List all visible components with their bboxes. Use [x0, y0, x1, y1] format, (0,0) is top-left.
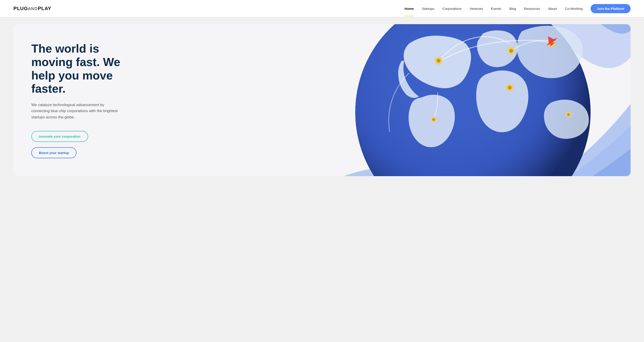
site-logo[interactable]: PLUGandPLAY — [14, 6, 52, 12]
join-platform-button[interactable]: Join the Platform — [590, 4, 630, 13]
svg-point-10 — [508, 86, 512, 90]
hero-subtitle: We catalyze technological advancement by… — [31, 102, 121, 120]
nav-ventures[interactable]: Ventures — [470, 7, 483, 11]
nav-events[interactable]: Events — [491, 7, 501, 11]
hero-title: The world is moving fast. We help you mo… — [31, 42, 121, 96]
innovate-corporation-button[interactable]: Innovate your corporation — [31, 131, 88, 142]
wave-background — [230, 24, 630, 176]
hero-illustration — [230, 24, 630, 176]
main-nav: Home Startups Corporations Ventures Even… — [404, 4, 630, 13]
nav-about[interactable]: About — [548, 7, 557, 11]
nav-coworking[interactable]: Co-Working — [565, 7, 583, 11]
logo-play: PLAY — [38, 6, 52, 11]
logo-and: and — [28, 7, 38, 11]
hero-content: The world is moving fast. We help you mo… — [14, 24, 139, 176]
hero-card: The world is moving fast. We help you mo… — [14, 24, 630, 176]
svg-point-6 — [509, 49, 513, 53]
nav-blog[interactable]: Blog — [510, 7, 516, 11]
nav-corporations[interactable]: Corporations — [442, 7, 462, 11]
svg-point-4 — [436, 59, 440, 63]
hero-buttons: Innovate your corporation Boost your sta… — [31, 131, 121, 158]
nav-resources[interactable]: Resources — [524, 7, 540, 11]
boost-startup-button[interactable]: Boost your startup — [31, 147, 76, 158]
logo-plug: PLUG — [14, 6, 28, 11]
hero-section: The world is moving fast. We help you mo… — [0, 17, 644, 187]
svg-point-14 — [432, 118, 435, 121]
nav-startups[interactable]: Startups — [422, 7, 434, 11]
svg-point-12 — [567, 113, 570, 116]
nav-home[interactable]: Home — [404, 7, 414, 11]
site-header: PLUGandPLAY Home Startups Corporations V… — [0, 0, 644, 17]
